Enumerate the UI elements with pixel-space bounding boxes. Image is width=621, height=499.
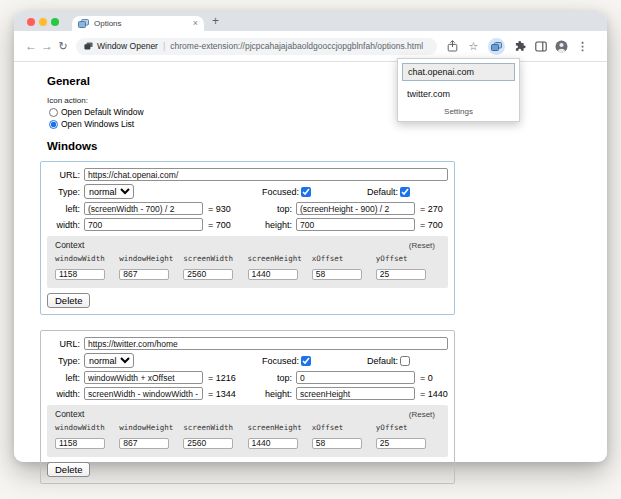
default-label: Default: — [367, 356, 398, 366]
delete-window-button[interactable]: Delete — [47, 462, 90, 477]
delete-window-button[interactable]: Delete — [47, 293, 90, 308]
left-expression-input[interactable] — [84, 202, 203, 215]
top-label: top: — [252, 373, 292, 383]
ctx-field-input[interactable] — [119, 438, 169, 449]
extension-name-label: Window Opener — [97, 41, 158, 51]
radio-open-windows-list[interactable]: Open Windows List — [49, 119, 607, 129]
height-expression-input[interactable] — [296, 387, 415, 400]
open-default-window-label: Open Default Window — [61, 107, 144, 117]
extensions-puzzle-icon[interactable] — [513, 40, 526, 53]
back-icon[interactable]: ← — [23, 39, 39, 53]
ctx-field-name: screenHeight — [248, 254, 312, 263]
top-expression-input[interactable] — [296, 202, 415, 215]
radio-open-default-window[interactable]: Open Default Window — [49, 107, 607, 117]
ctx-field-name: screenWidth — [183, 254, 247, 263]
open-windows-list-radio[interactable] — [49, 120, 58, 129]
height-label: height: — [252, 220, 292, 230]
ctx-field-name: windowWidth — [55, 423, 119, 432]
close-window-button[interactable] — [27, 18, 35, 26]
url-label: URL: — [47, 339, 80, 349]
width-result: = 1344 — [208, 389, 252, 399]
context-reset-link[interactable]: (Reset) — [409, 241, 435, 250]
left-result: = 930 — [208, 204, 252, 214]
share-icon[interactable] — [446, 40, 459, 53]
context-box: Context (Reset) windowWidth windowHeight — [47, 236, 448, 288]
ctx-field-input[interactable] — [55, 438, 105, 449]
height-result: = 1440 — [420, 389, 464, 399]
ctx-field-input[interactable] — [248, 269, 298, 280]
width-label: width: — [47, 220, 80, 230]
type-select[interactable]: normal — [84, 353, 134, 368]
default-checkbox[interactable] — [400, 187, 410, 197]
focused-label: Focused: — [262, 187, 299, 197]
tab-title: Options — [94, 19, 193, 28]
popup-item-twitter[interactable]: twitter.com — [398, 85, 519, 104]
url-label: URL: — [47, 170, 80, 180]
window-panel-1: URL: Type: normal Focused: Default: — [40, 161, 455, 315]
left-expression-input[interactable] — [84, 371, 203, 384]
tab-favicon-windows-icon — [78, 19, 89, 28]
context-title: Context — [55, 409, 84, 419]
ctx-field-input[interactable] — [119, 269, 169, 280]
context-title: Context — [55, 240, 84, 250]
left-label: left: — [47, 373, 80, 383]
popup-settings-link[interactable]: Settings — [398, 104, 519, 118]
minimize-window-button[interactable] — [39, 18, 47, 26]
open-default-window-radio[interactable] — [49, 108, 58, 117]
height-label: height: — [252, 389, 292, 399]
width-expression-input[interactable] — [84, 387, 203, 400]
context-reset-link[interactable]: (Reset) — [409, 410, 435, 419]
zoom-window-button[interactable] — [51, 18, 59, 26]
bookmark-star-icon[interactable]: ☆ — [467, 40, 480, 53]
ctx-field-input[interactable] — [312, 269, 362, 280]
height-result: = 700 — [420, 220, 464, 230]
tab-close-icon[interactable]: × — [193, 19, 198, 28]
ctx-field-name: xOffset — [312, 423, 376, 432]
ctx-field-input[interactable] — [248, 438, 298, 449]
title-bar: Options × + — [14, 12, 607, 31]
address-bar[interactable]: Window Opener | chrome-extension://pjcpc… — [76, 38, 437, 55]
ctx-field-name: screenWidth — [183, 423, 247, 432]
url-input[interactable] — [84, 337, 448, 350]
extension-popup: chat.openai.com twitter.com Settings — [397, 58, 520, 122]
url-input[interactable] — [84, 168, 448, 181]
toolbar-action-icons: ☆ — [446, 38, 589, 55]
browser-menu-icon[interactable]: ⋮ — [576, 40, 589, 53]
focused-label: Focused: — [262, 356, 299, 366]
ctx-field-name: screenHeight — [248, 423, 312, 432]
type-select[interactable]: normal — [84, 184, 134, 199]
forward-icon[interactable]: → — [39, 39, 55, 53]
reload-icon[interactable]: ↻ — [55, 40, 71, 53]
ctx-field-name: windowHeight — [119, 254, 183, 263]
ctx-field-input[interactable] — [376, 269, 426, 280]
focused-checkbox[interactable] — [301, 187, 311, 197]
popup-item-chat-openai[interactable]: chat.openai.com — [402, 63, 515, 81]
profile-avatar-icon[interactable] — [555, 40, 568, 53]
icon-action-label: Icon action: — [47, 96, 607, 105]
new-tab-button[interactable]: + — [212, 14, 219, 28]
ctx-field-name: windowHeight — [119, 423, 183, 432]
extension-chip-icon — [84, 42, 93, 50]
ctx-field-input[interactable] — [55, 269, 105, 280]
ctx-field-input[interactable] — [312, 438, 362, 449]
ctx-field-name: yOffset — [376, 423, 440, 432]
default-checkbox[interactable] — [400, 356, 410, 366]
left-result: = 1216 — [208, 373, 252, 383]
browser-tab-options[interactable]: Options × — [72, 16, 204, 31]
side-panel-icon[interactable] — [534, 40, 547, 53]
ctx-field-input[interactable] — [183, 438, 233, 449]
ctx-field-name: windowWidth — [55, 254, 119, 263]
ctx-field-input[interactable] — [376, 438, 426, 449]
ctx-field-name: xOffset — [312, 254, 376, 263]
context-box: Context (Reset) windowWidth windowHeight — [47, 405, 448, 457]
type-label: Type: — [47, 356, 80, 366]
focused-checkbox[interactable] — [301, 356, 311, 366]
height-expression-input[interactable] — [296, 218, 415, 231]
width-expression-input[interactable] — [84, 218, 203, 231]
top-result: = 270 — [420, 204, 464, 214]
top-expression-input[interactable] — [296, 371, 415, 384]
ctx-field-input[interactable] — [183, 269, 233, 280]
window-opener-extension-icon[interactable] — [488, 38, 505, 55]
address-url: chrome-extension://pjcpcahajajabaoldgooc… — [170, 41, 423, 51]
type-label: Type: — [47, 187, 80, 197]
